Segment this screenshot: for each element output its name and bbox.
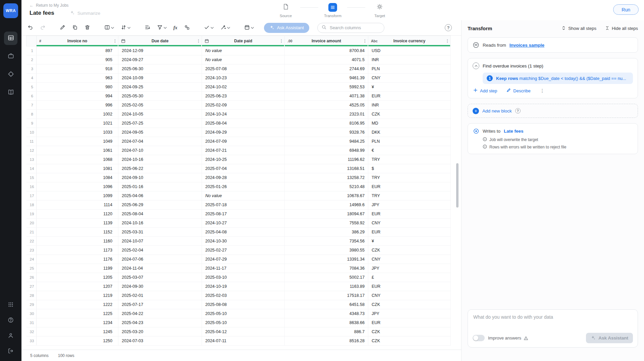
cell-date-paid[interactable]: 2024-10-23 <box>202 74 285 83</box>
writes-to-target-link[interactable]: Late fees <box>504 129 524 134</box>
help-menu-button[interactable] <box>6 316 15 325</box>
assistant-chat-input[interactable] <box>473 314 633 329</box>
search-columns-input[interactable] <box>329 25 380 31</box>
row-number[interactable]: 6 <box>26 92 37 101</box>
row-number[interactable]: 1 <box>26 46 37 55</box>
cell-invoice-no[interactable]: 1205 <box>37 273 118 282</box>
cell-invoice-amount[interactable]: 11196.62 <box>285 155 368 164</box>
cell-date-paid[interactable]: 2024-11-17 <box>202 264 285 273</box>
cell-due-date[interactable]: 2024-10-07 <box>118 237 202 246</box>
cell-invoice-currency[interactable]: ¥ <box>368 237 451 246</box>
row-number[interactable]: 30 <box>26 309 37 318</box>
column-menu-icon[interactable]: ⋮ <box>363 39 367 43</box>
cell-invoice-currency[interactable]: INR <box>368 55 451 64</box>
cell-invoice-currency[interactable]: JPY <box>368 200 451 210</box>
cell-invoice-no[interactable]: 1219 <box>37 291 118 300</box>
cell-due-date[interactable]: 2025-06-29 <box>118 200 202 210</box>
cell-invoice-amount[interactable]: 8516.28 <box>285 336 368 346</box>
cell-invoice-amount[interactable]: 10678.67 <box>285 191 368 200</box>
row-number[interactable]: 32 <box>26 327 37 336</box>
cell-due-date[interactable]: 2025-01-16 <box>118 182 202 191</box>
column-menu-icon[interactable]: ⋮ <box>445 39 449 43</box>
cell-due-date[interactable]: 2025-03-31 <box>118 228 202 237</box>
cell-invoice-currency[interactable]: CNY <box>368 74 451 83</box>
cell-date-paid[interactable]: 2025-01-26 <box>202 182 285 191</box>
cell-invoice-amount[interactable]: 13258.72 <box>285 173 368 182</box>
row-number[interactable]: 21 <box>26 228 37 237</box>
cell-invoice-amount[interactable]: 9328.76 <box>285 128 368 137</box>
cell-invoice-amount[interactable]: 4525.05 <box>285 101 368 110</box>
cell-due-date[interactable]: 2025-02-05 <box>118 101 202 110</box>
cell-invoice-no[interactable]: 1081 <box>37 164 118 173</box>
cell-invoice-no[interactable]: 1120 <box>37 210 118 219</box>
row-number[interactable]: 5 <box>26 83 37 92</box>
cell-invoice-currency[interactable]: TRY <box>368 191 451 200</box>
cell-date-paid[interactable]: 2024-09-28 <box>202 173 285 182</box>
row-number[interactable]: 33 <box>26 336 37 346</box>
edit-cell-button[interactable] <box>58 23 67 33</box>
cell-invoice-no[interactable]: 1207 <box>37 282 118 291</box>
cell-due-date[interactable]: 2024-09-25 <box>118 83 202 92</box>
delete-button[interactable] <box>83 23 92 33</box>
cell-invoice-amount[interactable]: 4071.5 <box>285 55 368 64</box>
redo-button[interactable] <box>39 23 47 33</box>
cell-due-date[interactable]: 2024-10-09 <box>118 74 202 83</box>
cell-date-paid[interactable]: 2025-06-23 <box>202 92 285 101</box>
row-number[interactable]: 8 <box>26 110 37 119</box>
cell-invoice-no[interactable]: 1099 <box>37 191 118 200</box>
cell-invoice-amount[interactable]: 17518.17 <box>285 291 368 300</box>
cell-invoice-no[interactable]: 1021 <box>37 119 118 128</box>
cell-invoice-amount[interactable]: 886.7 <box>285 327 368 336</box>
cell-invoice-no[interactable]: 1152 <box>37 228 118 237</box>
cell-invoice-amount[interactable]: 7558.92 <box>285 219 368 228</box>
cell-invoice-currency[interactable]: CZK <box>368 300 451 309</box>
run-button[interactable]: Run <box>613 4 639 15</box>
row-number[interactable]: 25 <box>26 264 37 273</box>
cell-invoice-no[interactable]: 1225 <box>37 309 118 318</box>
cell-date-paid[interactable]: 2024-10-25 <box>202 155 285 164</box>
cell-due-date[interactable]: 2025-02-01 <box>118 291 202 300</box>
row-number[interactable]: 11 <box>26 137 37 146</box>
transform-step[interactable]: 1 Keep rows matching $Due_date < today()… <box>483 73 633 84</box>
columns-button[interactable] <box>103 23 115 33</box>
app-logo[interactable]: WRA <box>3 3 18 18</box>
cell-invoice-currency[interactable]: USD <box>368 46 451 55</box>
reads-from-source-link[interactable]: Invoices sample <box>509 43 544 48</box>
row-number[interactable]: 27 <box>26 282 37 291</box>
collapse-block-button[interactable] <box>473 62 479 69</box>
cell-invoice-no[interactable]: 1033 <box>37 128 118 137</box>
cell-date-paid[interactable]: 2025-08-08 <box>202 300 285 309</box>
cell-invoice-no[interactable]: 1222 <box>37 300 118 309</box>
cell-invoice-amount[interactable]: 5210.48 <box>285 182 368 191</box>
column-menu-icon[interactable]: ⋮ <box>197 39 201 43</box>
cell-date-paid[interactable]: No value <box>202 55 285 64</box>
filter-button[interactable] <box>156 23 168 33</box>
cell-date-paid[interactable]: 2024-09-29 <box>202 128 285 137</box>
cell-due-date[interactable]: 2025-07-17 <box>118 300 202 309</box>
cell-invoice-amount[interactable]: 6948.99 <box>285 146 368 155</box>
row-number[interactable]: 9 <box>26 119 37 128</box>
cell-due-date[interactable]: 2024-07-03 <box>118 336 202 346</box>
cell-invoice-currency[interactable]: JPY <box>368 264 451 273</box>
cell-invoice-amount[interactable]: 9461.39 <box>285 74 368 83</box>
back-link[interactable]: ← Return to My Jobs <box>30 3 100 8</box>
cell-due-date[interactable]: 2024-09-30 <box>118 282 202 291</box>
show-all-steps-button[interactable]: Show all steps <box>561 26 596 31</box>
cell-date-paid[interactable]: 2025-05-10 <box>202 309 285 318</box>
cell-invoice-no[interactable]: 1049 <box>37 137 118 146</box>
cell-invoice-amount[interactable]: 3980.55 <box>285 246 368 255</box>
cell-date-paid[interactable]: 2025-04-08 <box>202 228 285 237</box>
cell-invoice-no[interactable]: 1234 <box>37 318 118 327</box>
cell-date-paid[interactable]: 2025-02-27 <box>202 246 285 255</box>
cell-date-paid[interactable]: No value <box>202 46 285 55</box>
cell-due-date[interactable]: 2024-10-16 <box>118 155 202 164</box>
row-number[interactable]: 28 <box>26 291 37 300</box>
block-menu-icon[interactable]: ⋮ <box>540 88 545 93</box>
step-transform[interactable]: Transform <box>318 3 347 18</box>
cell-invoice-amount[interactable]: 8106.95 <box>285 119 368 128</box>
cell-invoice-currency[interactable]: EUR <box>368 182 451 191</box>
summarize-button[interactable]: Summarize <box>70 10 100 16</box>
cell-due-date[interactable]: 2024-12-09 <box>118 46 202 55</box>
cell-invoice-no[interactable]: 963 <box>37 74 118 83</box>
cell-date-paid[interactable]: 2024-07-11 <box>202 336 285 346</box>
